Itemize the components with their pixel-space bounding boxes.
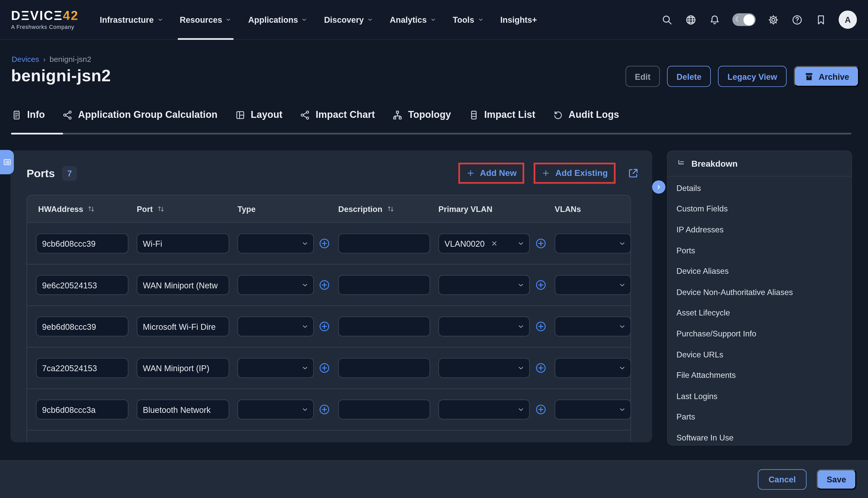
breakdown-item-ip-addresses[interactable]: IP Addresses	[668, 219, 851, 240]
port-input[interactable]: WAN Miniport (Netw	[137, 275, 229, 295]
port-input[interactable]: Microsoft Wi-Fi Dire	[137, 316, 229, 337]
tab-topology[interactable]: Topology	[392, 109, 451, 120]
primary-vlan-select[interactable]	[438, 358, 530, 378]
breakdown-item-device-urls[interactable]: Device URLs	[668, 344, 851, 365]
legacy-view-button[interactable]: Legacy View	[718, 66, 787, 87]
column-header-description[interactable]: Description	[338, 195, 430, 222]
hwaddress-input[interactable]: 9eb6d08ccc39	[36, 316, 128, 337]
description-input[interactable]	[338, 399, 430, 420]
user-avatar[interactable]: A	[839, 11, 857, 29]
device42-logo[interactable]: DΞVICΞ42 A Freshworks Company	[11, 10, 78, 30]
primary-vlan-select[interactable]	[438, 275, 530, 295]
bell-icon[interactable]	[709, 14, 721, 26]
primary-vlan-select[interactable]: VLAN0020	[438, 233, 530, 253]
tab-audit-logs[interactable]: Audit Logs	[553, 109, 619, 120]
breakdown-item-software-in-use[interactable]: Software In Use	[668, 427, 851, 445]
add-vlan-icon[interactable]	[535, 320, 547, 332]
sort-icon[interactable]	[157, 205, 165, 213]
description-input[interactable]	[338, 316, 430, 337]
description-input[interactable]	[338, 275, 430, 295]
help-icon[interactable]	[791, 14, 803, 26]
tabbar-underline	[11, 133, 851, 134]
tab-info[interactable]: Info	[11, 109, 45, 120]
port-input[interactable]: WAN Miniport (IP)	[137, 358, 229, 378]
add-vlan-icon[interactable]	[535, 237, 547, 250]
type-select[interactable]	[237, 316, 314, 337]
description-input[interactable]	[338, 358, 430, 378]
add-type-icon[interactable]	[319, 237, 331, 250]
edit-button[interactable]: Edit	[625, 66, 660, 87]
add-vlan-icon[interactable]	[535, 279, 547, 291]
hwaddress-input[interactable]: 9cb6d08ccc3a	[36, 399, 128, 420]
port-row: 9cb6d08ccc39 Wi-Fi VLAN0020	[27, 223, 631, 264]
gear-icon[interactable]	[767, 14, 779, 26]
vlans-select[interactable]	[555, 275, 631, 295]
breakdown-item-asset-lifecycle[interactable]: Asset Lifecycle	[668, 302, 851, 323]
breakdown-item-device-aliases[interactable]: Device Aliases	[668, 261, 851, 281]
hwaddress-input[interactable]: 7ca220524153	[36, 358, 128, 378]
menu-tools[interactable]: Tools	[453, 0, 484, 40]
breakdown-item-purchase-support-info[interactable]: Purchase/Support Info	[668, 323, 851, 344]
menu-resources[interactable]: Resources	[180, 0, 232, 40]
search-icon[interactable]	[661, 14, 673, 26]
tab-impact-list[interactable]: Impact List	[468, 109, 535, 120]
vlans-select[interactable]	[555, 399, 631, 420]
menu-applications[interactable]: Applications	[248, 0, 308, 40]
tab-impact-chart[interactable]: Impact Chart	[300, 109, 375, 120]
external-link-icon[interactable]	[627, 167, 639, 180]
clear-icon[interactable]	[490, 239, 498, 247]
menu-analytics[interactable]: Analytics	[390, 0, 436, 40]
port-input[interactable]: Wi-Fi	[137, 233, 229, 253]
hwaddress-input[interactable]: 9cb6d08ccc39	[36, 233, 128, 253]
menu-insights[interactable]: Insights+	[500, 0, 537, 40]
breakdown-item-last-logins[interactable]: Last Logins	[668, 386, 851, 406]
collapse-breakdown-button[interactable]	[652, 181, 665, 194]
type-select[interactable]	[237, 233, 314, 253]
vlans-select[interactable]	[555, 233, 631, 253]
globe-icon[interactable]	[685, 14, 697, 26]
vlans-select[interactable]	[555, 358, 631, 378]
add-vlan-icon[interactable]	[535, 362, 547, 374]
add-new-button[interactable]: Add New	[466, 168, 517, 178]
menu-discovery[interactable]: Discovery	[324, 0, 373, 40]
port-input[interactable]: Bluetooth Network	[137, 399, 229, 420]
column-header-port[interactable]: Port	[137, 195, 229, 222]
breakdown-item-custom-fields[interactable]: Custom Fields	[668, 198, 851, 219]
chevron-down-icon	[300, 239, 309, 248]
column-header-hwaddress[interactable]: HWAddress	[38, 195, 130, 222]
save-button[interactable]: Save	[817, 469, 856, 489]
sort-icon[interactable]	[386, 205, 394, 213]
breakdown-item-parts[interactable]: Parts	[668, 406, 851, 427]
breakdown-item-file-attachments[interactable]: File Attachments	[668, 365, 851, 385]
add-type-icon[interactable]	[319, 403, 331, 416]
breakdown-item-ports[interactable]: Ports	[668, 240, 851, 261]
tab-application-group-calculation[interactable]: Application Group Calculation	[62, 109, 218, 120]
breadcrumb-devices-link[interactable]: Devices	[12, 55, 39, 64]
add-type-icon[interactable]	[319, 362, 331, 374]
breakdown-item-device-non-authoritative-aliases[interactable]: Device Non-Authoritative Aliases	[668, 282, 851, 302]
theme-toggle[interactable]: ☾	[733, 13, 756, 26]
vlans-select[interactable]	[555, 316, 631, 337]
bookmark-icon[interactable]	[815, 14, 827, 26]
type-select[interactable]	[237, 275, 314, 295]
tab-layout[interactable]: Layout	[235, 109, 283, 120]
add-existing-button[interactable]: Add Existing	[541, 168, 608, 178]
type-select[interactable]	[237, 358, 314, 378]
primary-vlan-select[interactable]	[438, 399, 530, 420]
description-input[interactable]	[338, 233, 430, 253]
breadcrumb: Devices › benigni-jsn2	[12, 55, 91, 64]
chevron-down-icon	[300, 405, 309, 414]
add-type-icon[interactable]	[319, 320, 331, 332]
add-type-icon[interactable]	[319, 279, 331, 291]
add-vlan-icon[interactable]	[535, 403, 547, 416]
menu-infrastructure[interactable]: Infrastructure	[100, 0, 163, 40]
type-select[interactable]	[237, 399, 314, 420]
breakdown-item-details[interactable]: Details	[668, 178, 851, 198]
delete-button[interactable]: Delete	[667, 66, 711, 87]
hwaddress-input[interactable]: 9e6c20524153	[36, 275, 128, 295]
sort-icon[interactable]	[87, 205, 95, 213]
primary-vlan-select[interactable]	[438, 316, 530, 337]
cancel-button[interactable]: Cancel	[758, 469, 806, 489]
archive-button[interactable]: Archive	[794, 66, 859, 87]
section-list-toggle[interactable]	[0, 150, 14, 174]
